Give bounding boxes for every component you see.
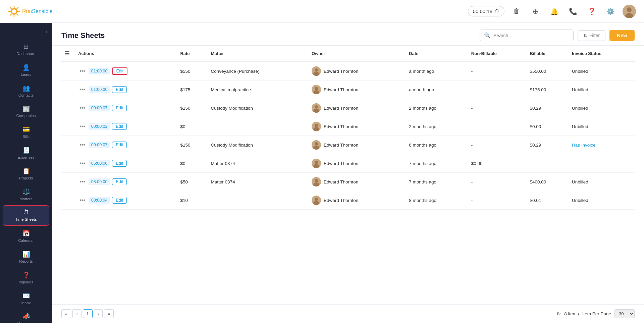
sidebar-toggle[interactable]: ‹ bbox=[0, 27, 52, 39]
table-row: ••• 05:00:00 Edit $0 Matter 0374 Edward … bbox=[61, 154, 635, 173]
filter-button[interactable]: ⇅ Filter bbox=[578, 30, 605, 41]
sidebar-item-label: Contacts bbox=[18, 93, 34, 98]
th-select: ☰ bbox=[61, 46, 75, 62]
td-rate: $150 bbox=[177, 99, 207, 117]
owner-avatar bbox=[312, 159, 321, 168]
td-invoice-status: Unbilled bbox=[569, 173, 635, 191]
per-page-select[interactable]: 30 50 100 bbox=[614, 309, 635, 318]
dashboard-icon: ⊞ bbox=[23, 43, 29, 50]
inquiries-icon: ❓ bbox=[22, 271, 30, 279]
user-avatar[interactable] bbox=[623, 5, 636, 18]
edit-button[interactable]: Edit bbox=[112, 197, 127, 204]
sidebar-item-contacts[interactable]: 👥 Contacts bbox=[3, 81, 49, 101]
td-matter: Conveyance (Purchase) bbox=[208, 62, 308, 80]
edit-button[interactable]: Edit bbox=[112, 86, 127, 93]
invoice-status-text: Unbilled bbox=[572, 124, 588, 129]
td-date: 8 months ago bbox=[406, 191, 468, 210]
edit-button[interactable]: Edit bbox=[112, 178, 127, 185]
td-non-billable: - bbox=[468, 136, 527, 154]
sidebar-item-label: Dashboard bbox=[16, 52, 35, 56]
sidebar-item-matters[interactable]: ⚖️ Matters bbox=[3, 185, 49, 205]
row-dots-button[interactable]: ••• bbox=[78, 141, 87, 149]
sidebar-item-companies[interactable]: 🏢 Companies bbox=[3, 102, 49, 122]
sidebar-item-calendar[interactable]: 📅 Calendar bbox=[3, 226, 49, 247]
timesheets-table: ☰ Actions Rate Matter Owner Date Non-Bil… bbox=[61, 46, 635, 210]
sidebar-item-inquiries[interactable]: ❓ Inquiries bbox=[3, 268, 49, 288]
td-owner: Edward Thornton bbox=[308, 99, 406, 117]
sidebar-item-bills[interactable]: 💳 Bills bbox=[3, 122, 49, 143]
row-dots-button[interactable]: ••• bbox=[78, 86, 87, 93]
sidebar-item-timesheets[interactable]: ⏱ Time Sheets bbox=[3, 205, 49, 226]
timer-badge[interactable]: 00:00:18 ⏱ bbox=[468, 6, 504, 16]
prev-page-button[interactable]: ‹ bbox=[72, 309, 81, 318]
edit-button[interactable]: Edit bbox=[112, 67, 127, 75]
invoice-status-text: Unbilled bbox=[572, 69, 588, 74]
row-dots-button[interactable]: ••• bbox=[78, 104, 87, 112]
last-page-button[interactable]: » bbox=[104, 309, 114, 318]
select-all-icon[interactable]: ☰ bbox=[65, 51, 69, 56]
phone-button[interactable]: 📞 bbox=[566, 5, 580, 18]
invoice-link[interactable]: Has Invoice bbox=[572, 143, 596, 148]
th-matter: Matter bbox=[208, 46, 308, 62]
row-dots-button[interactable]: ••• bbox=[78, 160, 87, 167]
table-row: ••• 00:00:07 Edit $150 Custody Modificat… bbox=[61, 136, 635, 154]
edit-button[interactable]: Edit bbox=[112, 160, 127, 167]
sidebar-item-projects[interactable]: 📋 Projects bbox=[3, 164, 49, 184]
td-non-billable: - bbox=[468, 117, 527, 136]
sidebar-item-expenses[interactable]: 🧾 Expenses bbox=[3, 143, 49, 163]
new-button[interactable]: New bbox=[609, 30, 635, 41]
search-box[interactable]: 🔍 bbox=[480, 30, 574, 41]
svg-point-20 bbox=[315, 105, 318, 109]
trash-button[interactable]: 🗑 bbox=[510, 5, 523, 18]
first-page-button[interactable]: « bbox=[61, 309, 71, 318]
td-select bbox=[61, 99, 75, 117]
top-nav: RunSensible 00:00:18 ⏱ 🗑 ⊕ 🔔 📞 ❓ ⚙️ bbox=[0, 0, 644, 23]
search-input[interactable] bbox=[493, 33, 569, 38]
edit-button[interactable]: Edit bbox=[112, 105, 127, 111]
td-actions: ••• 00:00:04 Edit bbox=[75, 191, 177, 210]
sidebar: ‹ ⊞ Dashboard 👤 Leads 👥 Contacts 🏢 Compa… bbox=[0, 23, 52, 323]
td-rate: $0 bbox=[177, 154, 207, 173]
row-dots-button[interactable]: ••• bbox=[78, 123, 87, 130]
next-page-button[interactable]: › bbox=[94, 309, 103, 318]
settings-button[interactable]: ⚙️ bbox=[604, 5, 617, 18]
sidebar-item-reports[interactable]: 📊 Reports bbox=[3, 247, 49, 267]
td-rate: $175 bbox=[177, 80, 207, 99]
help-button[interactable]: ❓ bbox=[585, 5, 598, 18]
owner-avatar bbox=[312, 85, 321, 94]
edit-button[interactable]: Edit bbox=[112, 123, 127, 130]
td-rate: $0 bbox=[177, 117, 207, 136]
sidebar-item-label: Companies bbox=[16, 114, 36, 118]
svg-point-35 bbox=[315, 198, 318, 201]
sidebar-item-dashboard[interactable]: ⊞ Dashboard bbox=[3, 40, 49, 60]
svg-line-6 bbox=[10, 7, 11, 9]
owner-name: Edward Thornton bbox=[324, 69, 358, 74]
current-page-button[interactable]: 1 bbox=[83, 309, 93, 318]
td-billable: $400.00 bbox=[527, 173, 569, 191]
td-invoice-status: Unbilled bbox=[569, 117, 635, 136]
notification-button[interactable]: 🔔 bbox=[547, 5, 561, 18]
table-row: ••• 01:00:00 Edit $550 Conveyance (Purch… bbox=[61, 62, 635, 80]
time-badge: 08:00:00 bbox=[89, 178, 110, 185]
owner-avatar bbox=[312, 122, 321, 131]
row-dots-button[interactable]: ••• bbox=[78, 178, 87, 185]
time-badge: 00:00:07 bbox=[89, 142, 110, 148]
td-date: a month ago bbox=[406, 80, 468, 99]
page-nav: « ‹ 1 › » bbox=[61, 309, 114, 318]
row-dots-button[interactable]: ••• bbox=[78, 197, 87, 204]
add-button[interactable]: ⊕ bbox=[529, 5, 542, 18]
inbox-icon: ✉️ bbox=[22, 292, 30, 300]
td-billable: $0.29 bbox=[527, 99, 569, 117]
owner-name: Edward Thornton bbox=[324, 124, 358, 129]
sidebar-item-leads[interactable]: 👤 Leads bbox=[3, 60, 49, 80]
row-dots-button[interactable]: ••• bbox=[78, 67, 87, 75]
edit-button[interactable]: Edit bbox=[112, 142, 127, 148]
sidebar-item-campaign[interactable]: 📣 Campaign bbox=[3, 309, 49, 323]
td-actions: ••• 01:00:00 Edit bbox=[75, 62, 177, 80]
main-layout: ‹ ⊞ Dashboard 👤 Leads 👥 Contacts 🏢 Compa… bbox=[0, 23, 644, 323]
td-actions: ••• 00:00:02 Edit bbox=[75, 117, 177, 136]
th-actions: Actions bbox=[75, 46, 177, 62]
contacts-icon: 👥 bbox=[22, 85, 30, 92]
refresh-icon[interactable]: ↻ bbox=[556, 311, 561, 317]
sidebar-item-inbox[interactable]: ✉️ Inbox bbox=[3, 289, 49, 309]
